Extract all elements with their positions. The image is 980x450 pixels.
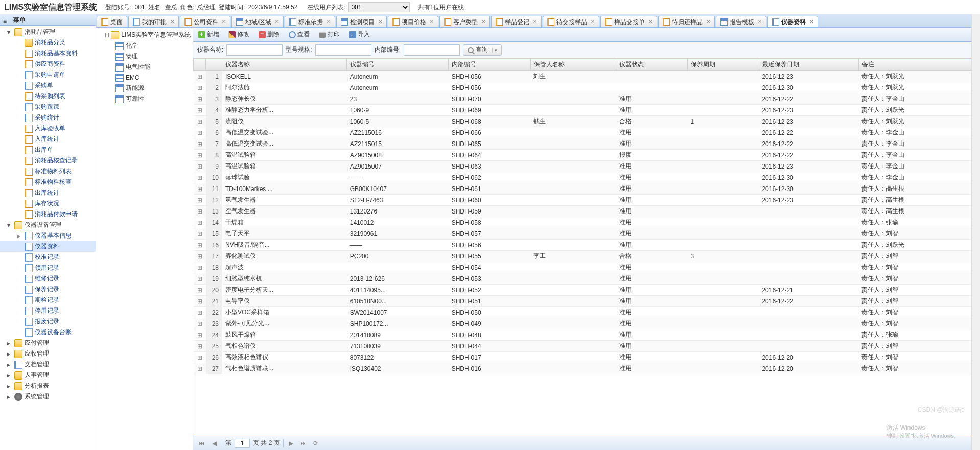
nav-item[interactable]: 仪器资料	[0, 241, 96, 252]
table-row[interactable]: ⊞2阿尔法舱AutoneumSHDH-0562016-12-30责任人：刘跃光	[194, 82, 971, 93]
nav-group[interactable]: ▸文档管理	[0, 359, 96, 370]
nav-item[interactable]: 保养记录	[0, 284, 96, 295]
nav-item[interactable]: 出库统计	[0, 187, 96, 198]
nav-item[interactable]: 采购跟踪	[0, 102, 96, 112]
expand-cell[interactable]: ⊞	[194, 82, 206, 93]
page-input[interactable]	[235, 439, 250, 448]
nav-item[interactable]: 标准物料列表	[0, 166, 96, 177]
expand-cell[interactable]: ⊞	[194, 240, 206, 251]
nav-group[interactable]: ▸系统管理	[0, 391, 96, 402]
table-row[interactable]: ⊞24鼓风干燥箱201410089SHDH-048准用责任人：张瑜	[194, 329, 971, 341]
nav-item[interactable]: 采购申请单	[0, 69, 96, 80]
nav-group[interactable]: ▸人事管理	[0, 370, 96, 381]
page-prev-button[interactable]: ◀	[209, 439, 219, 448]
nav-item[interactable]: 维修记录	[0, 273, 96, 284]
search-button[interactable]: 查询 ▾	[463, 44, 502, 56]
expand-cell[interactable]: ⊞	[194, 285, 206, 296]
close-icon[interactable]: ✕	[222, 16, 226, 28]
data-grid[interactable]: 仪器名称仪器编号内部编号保管人名称仪器状态保养周期最近保养日期备注 ⊞1ISOK…	[193, 58, 971, 436]
table-row[interactable]: ⊞4准静态力学分析...1060-9SHDH-069准用2016-12-23责任…	[194, 105, 971, 116]
table-row[interactable]: ⊞16NVH吸音/隔音...——SHDH-056准用责任人：刘跃光	[194, 240, 971, 251]
expand-cell[interactable]: ⊞	[194, 251, 206, 262]
expand-cell[interactable]: ⊞	[194, 217, 206, 228]
tab[interactable]: 地域/区域✕	[231, 16, 284, 27]
add-button[interactable]: 新增	[196, 29, 221, 40]
tab[interactable]: 桌面	[97, 16, 127, 27]
expand-cell[interactable]: ⊞	[194, 183, 206, 195]
close-icon[interactable]: ✕	[326, 16, 331, 28]
expand-cell[interactable]: ⊞	[194, 195, 206, 206]
expand-cell[interactable]: ⊞	[194, 329, 206, 341]
expand-cell[interactable]: ⊞	[194, 363, 206, 374]
table-row[interactable]: ⊞19细胞型纯水机2013-12-626SHDH-053准用责任人：刘智	[194, 273, 971, 285]
page-next-button[interactable]: ▶	[287, 439, 296, 448]
expand-cell[interactable]: ⊞	[194, 296, 206, 307]
tab[interactable]: 标准依据✕	[285, 16, 335, 27]
close-icon[interactable]: ✕	[809, 16, 813, 28]
table-row[interactable]: ⊞26高效液相色谱仪8073122SHDH-017准用2016-12-20责任人…	[194, 352, 971, 363]
table-row[interactable]: ⊞20密度电子分析天...401114095...SHDH-052准用2016-…	[194, 285, 971, 296]
tab[interactable]: 项目价格✕	[388, 16, 438, 27]
tab[interactable]: 待交接样品✕	[543, 16, 599, 27]
expand-icon[interactable]: ▸	[7, 361, 12, 368]
subtree-root[interactable]: − LIMS实验室信息管理系统	[98, 30, 191, 40]
nav-item[interactable]: 期检记录	[0, 295, 96, 305]
collapse-icon[interactable]: −	[105, 33, 109, 37]
page-last-button[interactable]: ⏭	[299, 439, 308, 448]
table-row[interactable]: ⊞7高低温交变试验...AZ2115015SHDH-065准用2016-12-2…	[194, 138, 971, 150]
nav-item[interactable]: 消耗品分类	[0, 37, 96, 48]
table-row[interactable]: ⊞27气相色谱质谱联...ISQ130402SHDH-016准用2016-12-…	[194, 363, 971, 374]
table-row[interactable]: ⊞18超声波SHDH-054准用责任人：刘智	[194, 262, 971, 273]
nav-item[interactable]: 仪器设备台账	[0, 327, 96, 338]
column-header[interactable]: 备注	[858, 59, 971, 71]
subtree-item[interactable]: 新能源	[98, 83, 191, 93]
page-first-button[interactable]: ⏮	[197, 439, 206, 448]
expand-cell[interactable]: ⊞	[194, 161, 206, 172]
close-icon[interactable]: ✕	[591, 16, 595, 28]
tab[interactable]: 报告模板✕	[716, 16, 766, 27]
column-header[interactable]: 仪器编号	[347, 59, 449, 71]
expand-icon[interactable]: ▾	[7, 222, 12, 229]
nav-item[interactable]: 出库单	[0, 145, 96, 155]
table-row[interactable]: ⊞1ISOKELLAutoneumSHDH-056刘生2016-12-23责任人…	[194, 71, 971, 82]
close-icon[interactable]: ✕	[481, 16, 485, 28]
tab[interactable]: 公司资料✕	[180, 16, 230, 27]
close-icon[interactable]: ✕	[533, 16, 537, 28]
subtree-item[interactable]: 电气性能	[98, 62, 191, 73]
expand-cell[interactable]: ⊞	[194, 228, 206, 240]
nav-group[interactable]: ▾仪器设备管理	[0, 220, 96, 230]
expand-icon[interactable]: ▸	[7, 350, 12, 358]
nav-item[interactable]: 待采购列表	[0, 91, 96, 102]
expand-cell[interactable]: ⊞	[194, 352, 206, 363]
nav-group[interactable]: ▸分析报表	[0, 381, 96, 391]
table-row[interactable]: ⊞12氢气发生器S12-H-7463SHDH-060准用2016-12-23责任…	[194, 195, 971, 206]
close-icon[interactable]: ✕	[378, 16, 382, 28]
table-row[interactable]: ⊞14干燥箱1410012SHDH-058准用责任人：张瑜	[194, 217, 971, 228]
table-row[interactable]: ⊞15电子天平32190961SHDH-057准用责任人：刘智	[194, 228, 971, 240]
close-icon[interactable]: ✕	[430, 16, 434, 28]
nav-group[interactable]: ▸应收管理	[0, 348, 96, 359]
table-row[interactable]: ⊞22小型VOC采样箱SW20141007SHDH-050准用责任人：刘智	[194, 307, 971, 318]
subtree-item[interactable]: 可靠性	[98, 93, 191, 104]
expand-cell[interactable]: ⊞	[194, 127, 206, 138]
column-header[interactable]: 仪器状态	[616, 59, 688, 71]
table-row[interactable]: ⊞6高低温交变试验...AZ2115016SHDH-066准用2016-12-2…	[194, 127, 971, 138]
close-icon[interactable]: ✕	[706, 16, 710, 28]
expand-cell[interactable]: ⊞	[194, 105, 206, 116]
expand-cell[interactable]: ⊞	[194, 273, 206, 285]
import-button[interactable]: 导入	[347, 29, 372, 40]
expand-cell[interactable]: ⊞	[194, 262, 206, 273]
column-header[interactable]: 内部编号	[449, 59, 531, 71]
nav-item[interactable]: 领用记录	[0, 263, 96, 273]
subtree-item[interactable]: 物理	[98, 51, 191, 62]
nav-item[interactable]: 入库统计	[0, 134, 96, 145]
expand-cell[interactable]: ⊞	[194, 318, 206, 329]
nav-item[interactable]: 消耗品付款申请	[0, 209, 96, 220]
expand-cell[interactable]: ⊞	[194, 93, 206, 105]
table-row[interactable]: ⊞23紫外-可见分光...SHP100172...SHDH-049准用责任人：刘…	[194, 318, 971, 329]
table-row[interactable]: ⊞13空气发生器13120276SHDH-059准用责任人：高生根	[194, 206, 971, 217]
table-row[interactable]: ⊞11TD-100Markes ...GB00K10407SHDH-061准用2…	[194, 183, 971, 195]
expand-icon[interactable]: ▸	[7, 393, 12, 400]
table-row[interactable]: ⊞3静态伸长仪23SHDH-070准用2016-12-22责任人：李金山	[194, 93, 971, 105]
column-header[interactable]: 仪器名称	[222, 59, 347, 71]
